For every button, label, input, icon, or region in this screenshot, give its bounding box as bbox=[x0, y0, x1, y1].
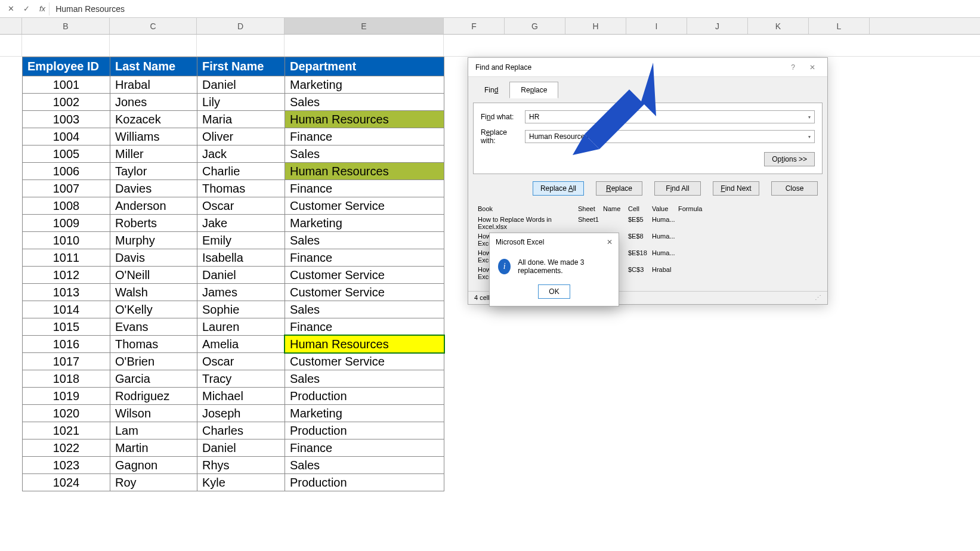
worksheet-grid[interactable]: Employee ID Last Name First Name Departm… bbox=[0, 35, 980, 57]
cell[interactable]: Taylor bbox=[110, 163, 197, 180]
cell[interactable]: Sales bbox=[285, 146, 444, 163]
cell[interactable]: Production bbox=[285, 474, 444, 491]
cell[interactable]: Marketing bbox=[285, 76, 444, 94]
cell[interactable]: Finance bbox=[285, 439, 444, 457]
close-icon[interactable]: ✕ bbox=[607, 238, 613, 246]
cell[interactable]: Hrabal bbox=[110, 76, 197, 94]
rh-formula[interactable]: Formula bbox=[678, 205, 714, 212]
rh-name[interactable]: Name bbox=[603, 205, 628, 212]
cell[interactable]: Jones bbox=[110, 94, 197, 111]
cell[interactable]: Thomas bbox=[110, 336, 197, 353]
cell[interactable]: 1007 bbox=[23, 180, 110, 197]
chevron-down-icon[interactable]: ▾ bbox=[808, 114, 811, 120]
cell[interactable]: 1015 bbox=[23, 318, 110, 336]
cell[interactable]: Sales bbox=[285, 301, 444, 318]
cell[interactable]: Rodriguez bbox=[110, 388, 197, 405]
col-header-g[interactable]: G bbox=[505, 18, 565, 34]
cell[interactable]: Oscar bbox=[197, 353, 285, 370]
cell[interactable]: Kozacek bbox=[110, 111, 197, 128]
cell[interactable]: Kyle bbox=[197, 474, 285, 491]
th-employee-id[interactable]: Employee ID bbox=[23, 57, 110, 76]
th-last-name[interactable]: Last Name bbox=[110, 57, 197, 76]
col-header-e[interactable]: E bbox=[285, 18, 444, 34]
cell[interactable]: Thomas bbox=[197, 180, 285, 197]
cell[interactable]: 1021 bbox=[23, 422, 110, 439]
replace-with-input[interactable]: Human Resources ▾ bbox=[525, 130, 815, 143]
replace-button[interactable]: Replace bbox=[596, 181, 642, 196]
cell[interactable]: 1022 bbox=[23, 439, 110, 457]
rh-sheet[interactable]: Sheet bbox=[578, 205, 603, 212]
cell[interactable]: Williams bbox=[110, 128, 197, 146]
th-department[interactable]: Department bbox=[285, 57, 444, 76]
cancel-icon[interactable]: ✕ bbox=[5, 3, 17, 15]
col-header-f[interactable]: F bbox=[444, 18, 505, 34]
cell[interactable]: Sophie bbox=[197, 301, 285, 318]
find-all-button[interactable]: Find All bbox=[654, 181, 701, 196]
dialog-titlebar[interactable]: Find and Replace ? ✕ bbox=[468, 58, 827, 77]
col-header-h[interactable]: H bbox=[565, 18, 626, 34]
cell[interactable]: 1009 bbox=[23, 215, 110, 232]
cell[interactable]: 1017 bbox=[23, 353, 110, 370]
options-button[interactable]: Options >> bbox=[764, 152, 815, 166]
rh-book[interactable]: Book bbox=[478, 205, 578, 212]
find-what-input[interactable]: HR ▾ bbox=[525, 110, 815, 123]
cell[interactable]: Lauren bbox=[197, 318, 285, 336]
cell[interactable]: Finance bbox=[285, 318, 444, 336]
cell[interactable]: Garcia bbox=[110, 370, 197, 388]
cell[interactable]: 1019 bbox=[23, 388, 110, 405]
cell[interactable]: Wilson bbox=[110, 405, 197, 422]
cell[interactable]: Marketing bbox=[285, 405, 444, 422]
cell[interactable]: 1004 bbox=[23, 128, 110, 146]
col-header-l[interactable]: L bbox=[809, 18, 870, 34]
confirm-icon[interactable]: ✓ bbox=[20, 3, 32, 15]
cell[interactable]: O'Kelly bbox=[110, 301, 197, 318]
cell[interactable]: Finance bbox=[285, 249, 444, 267]
cell[interactable]: Murphy bbox=[110, 232, 197, 249]
rh-value[interactable]: Value bbox=[652, 205, 678, 212]
cell[interactable]: Customer Service bbox=[285, 267, 444, 284]
cell[interactable]: Charlie bbox=[197, 163, 285, 180]
cell[interactable]: Finance bbox=[285, 180, 444, 197]
cell[interactable]: Daniel bbox=[197, 76, 285, 94]
cell[interactable]: 1012 bbox=[23, 267, 110, 284]
cell[interactable]: Production bbox=[285, 422, 444, 439]
tab-find[interactable]: Find bbox=[473, 82, 509, 98]
col-header-j[interactable]: J bbox=[687, 18, 748, 34]
col-header-b[interactable]: B bbox=[22, 18, 110, 34]
cell[interactable]: Jack bbox=[197, 146, 285, 163]
cell[interactable]: Finance bbox=[285, 128, 444, 146]
cell[interactable]: Daniel bbox=[197, 439, 285, 457]
cell[interactable]: O'Brien bbox=[110, 353, 197, 370]
col-header-i[interactable]: I bbox=[626, 18, 687, 34]
help-icon[interactable]: ? bbox=[786, 63, 800, 72]
cell[interactable]: 1010 bbox=[23, 232, 110, 249]
cell[interactable]: 1024 bbox=[23, 474, 110, 491]
cell[interactable]: Rhys bbox=[197, 457, 285, 474]
cell[interactable]: Evans bbox=[110, 318, 197, 336]
col-header-d[interactable]: D bbox=[197, 18, 285, 34]
results-row[interactable]: How to Replace Words in Excel.xlsxSheet1… bbox=[478, 215, 818, 231]
cell[interactable]: Lam bbox=[110, 422, 197, 439]
cell[interactable]: Gagnon bbox=[110, 457, 197, 474]
cell[interactable]: 1014 bbox=[23, 301, 110, 318]
select-all-corner[interactable] bbox=[0, 18, 22, 34]
cell[interactable]: Jake bbox=[197, 215, 285, 232]
cell[interactable]: Miller bbox=[110, 146, 197, 163]
cell[interactable]: 1016 bbox=[23, 336, 110, 353]
cell[interactable]: Human Resources bbox=[285, 336, 444, 353]
tab-replace[interactable]: Replace bbox=[509, 82, 558, 98]
cell[interactable]: Customer Service bbox=[285, 284, 444, 301]
cell[interactable]: Amelia bbox=[197, 336, 285, 353]
close-button[interactable]: Close bbox=[771, 181, 818, 196]
resize-grip-icon[interactable]: ⋰ bbox=[815, 294, 821, 302]
cell[interactable]: James bbox=[197, 284, 285, 301]
cell[interactable]: Sales bbox=[285, 370, 444, 388]
cell[interactable]: Human Resources bbox=[285, 111, 444, 128]
cell[interactable]: 1020 bbox=[23, 405, 110, 422]
cell[interactable]: Daniel bbox=[197, 267, 285, 284]
cell[interactable]: 1011 bbox=[23, 249, 110, 267]
th-first-name[interactable]: First Name bbox=[197, 57, 285, 76]
cell[interactable]: Emily bbox=[197, 232, 285, 249]
cell[interactable]: Charles bbox=[197, 422, 285, 439]
cell[interactable]: Customer Service bbox=[285, 353, 444, 370]
